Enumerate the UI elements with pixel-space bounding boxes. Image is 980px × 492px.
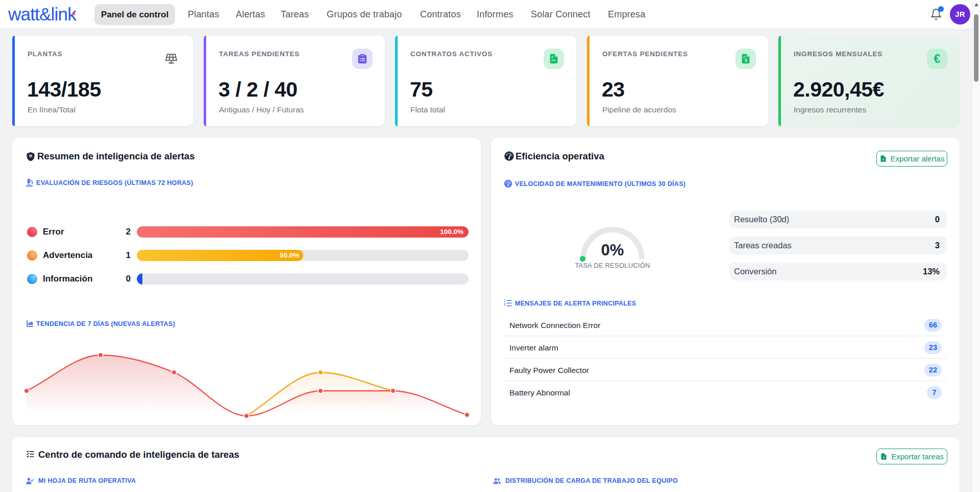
svg-text:1: 1 [504,299,506,302]
svg-text:$: $ [745,58,747,63]
svg-text:2: 2 [504,302,506,306]
